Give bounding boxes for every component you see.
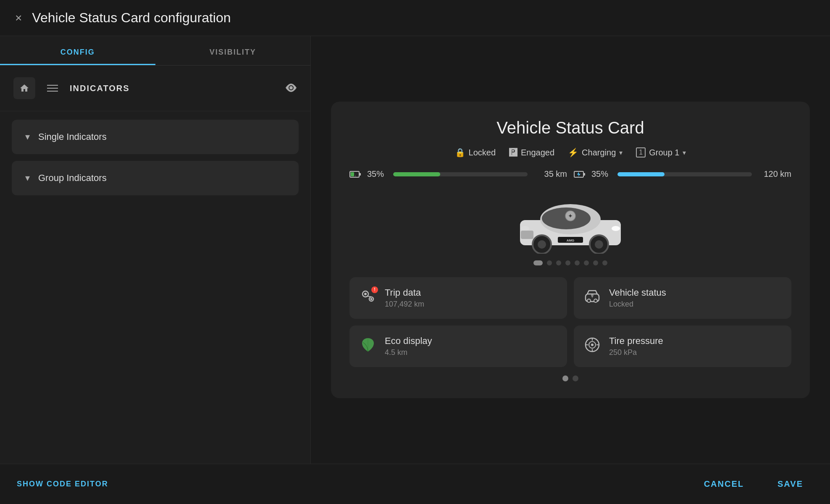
- vehicle-status-title: Vehicle status: [609, 287, 666, 298]
- battery1-percent: 35%: [367, 169, 387, 179]
- eye-icon: [285, 84, 297, 92]
- tire-pressure-subtitle: 250 kPa: [609, 348, 663, 357]
- group-icon: 1: [636, 147, 646, 158]
- dot-5[interactable]: [584, 260, 589, 265]
- battery2-progress: [617, 172, 752, 176]
- battery-row-2: 35% 120 km: [574, 169, 791, 179]
- info-card-tire-pressure[interactable]: Tire pressure 250 kPa: [574, 326, 791, 367]
- battery1-km: 35 km: [533, 169, 567, 179]
- card-preview: Vehicle Status Card 🔒 Locked 🅿 Engaged ⚡…: [331, 102, 810, 398]
- right-panel: Vehicle Status Card 🔒 Locked 🅿 Engaged ⚡…: [311, 36, 830, 464]
- info-grid: ! Trip data 107,492 km: [349, 277, 791, 367]
- locked-label: Locked: [469, 148, 496, 158]
- trip-data-text: Trip data 107,492 km: [385, 287, 424, 309]
- visibility-toggle-button[interactable]: [285, 82, 297, 95]
- status-locked: 🔒 Locked: [455, 147, 496, 158]
- lock-icon: 🔒: [455, 147, 465, 158]
- dot-6[interactable]: [593, 260, 598, 265]
- vehicle-status-text: Vehicle status Locked: [609, 287, 666, 309]
- cancel-button[interactable]: CANCEL: [694, 474, 754, 494]
- status-charging[interactable]: ⚡ Charging ▾: [568, 147, 622, 158]
- page-dot-1[interactable]: [573, 375, 578, 381]
- page-dots: [349, 375, 791, 381]
- single-indicators-label: Single Indicators: [38, 131, 107, 142]
- group-indicators-label: Group Indicators: [38, 173, 107, 184]
- svg-point-15: [538, 240, 546, 249]
- accordion-single-indicators[interactable]: ▾ Single Indicators: [12, 120, 299, 154]
- dot-0[interactable]: [533, 260, 543, 265]
- battery2-fill: [617, 172, 665, 176]
- battery2-icon: [574, 170, 586, 178]
- eco-display-text: Eco display 4.5 km: [385, 336, 432, 357]
- svg-point-17: [595, 240, 603, 249]
- svg-rect-5: [583, 173, 585, 176]
- car-image: ✦ AMG: [512, 191, 629, 254]
- status-bar: 🔒 Locked 🅿 Engaged ⚡ Charging ▾ 1 Gr: [349, 147, 791, 158]
- trip-data-subtitle: 107,492 km: [385, 300, 424, 309]
- menu-line-2: [47, 88, 58, 89]
- svg-rect-1: [359, 173, 361, 176]
- svg-point-25: [587, 299, 591, 302]
- vehicle-status-icon: [584, 288, 601, 305]
- alert-badge: !: [371, 286, 378, 293]
- svg-text:✦: ✦: [568, 213, 573, 219]
- tire-pressure-title: Tire pressure: [609, 336, 663, 346]
- eco-display-title: Eco display: [385, 336, 432, 346]
- menu-line-3: [47, 91, 58, 92]
- info-card-trip-data[interactable]: ! Trip data 107,492 km: [349, 277, 567, 319]
- home-button[interactable]: [13, 77, 35, 99]
- charging-label: Charging: [582, 148, 616, 158]
- chevron-single-icon: ▾: [25, 131, 30, 142]
- tire-pressure-icon-wrapper: [584, 336, 601, 357]
- battery1-progress: [393, 172, 528, 176]
- dialog-header: × Vehicle Status Card configuration: [0, 0, 830, 36]
- dot-4[interactable]: [575, 260, 580, 265]
- svg-point-9: [612, 226, 620, 231]
- parking-icon: 🅿: [509, 148, 517, 158]
- bottom-bar: SHOW CODE EDITOR CANCEL SAVE: [0, 464, 830, 504]
- tab-visibility[interactable]: VISIBILITY: [155, 36, 311, 65]
- chevron-group-icon: ▾: [25, 173, 30, 184]
- close-icon[interactable]: ×: [15, 11, 22, 25]
- svg-point-10: [521, 226, 529, 231]
- info-card-eco-display[interactable]: Eco display 4.5 km: [349, 326, 567, 367]
- show-code-editor-button[interactable]: SHOW CODE EDITOR: [17, 480, 108, 488]
- tire-pressure-text: Tire pressure 250 kPa: [609, 336, 663, 357]
- eco-display-icon-wrapper: [360, 336, 376, 357]
- svg-point-21: [364, 293, 367, 295]
- status-engaged: 🅿 Engaged: [509, 148, 554, 158]
- battery2-percent: 35%: [591, 169, 612, 179]
- car-image-container: ✦ AMG: [349, 191, 791, 254]
- tab-config[interactable]: CONFIG: [0, 36, 155, 65]
- svg-rect-2: [351, 172, 354, 176]
- svg-point-26: [594, 299, 597, 302]
- dialog: × Vehicle Status Card configuration CONF…: [0, 0, 830, 504]
- battery2-km: 120 km: [758, 169, 791, 179]
- dot-7[interactable]: [602, 260, 607, 265]
- indicators-header: INDICATORS: [0, 66, 310, 111]
- accordion-list: ▾ Single Indicators ▾ Group Indicators: [0, 111, 310, 204]
- preview-card-title: Vehicle Status Card: [349, 118, 791, 137]
- dot-2[interactable]: [556, 260, 561, 265]
- save-button[interactable]: SAVE: [767, 474, 813, 494]
- vehicle-status-icon-wrapper: [584, 288, 601, 308]
- dot-1[interactable]: [547, 260, 552, 265]
- home-icon: [19, 83, 29, 93]
- dialog-body: CONFIG VISIBILITY INDICATORS: [0, 36, 830, 464]
- bottom-actions: CANCEL SAVE: [694, 474, 813, 494]
- battery-row-1: ↓ 35% 35 km: [349, 169, 567, 179]
- dialog-title: Vehicle Status Card configuration: [32, 10, 231, 26]
- info-card-vehicle-status[interactable]: Vehicle status Locked: [574, 277, 791, 319]
- menu-line-1: [47, 85, 58, 86]
- status-group[interactable]: 1 Group 1 ▾: [636, 147, 686, 158]
- page-dot-0[interactable]: [562, 375, 568, 381]
- dot-3[interactable]: [565, 260, 570, 265]
- accordion-group-indicators[interactable]: ▾ Group Indicators: [12, 161, 299, 195]
- menu-button[interactable]: [44, 81, 61, 95]
- left-panel: CONFIG VISIBILITY INDICATORS: [0, 36, 311, 464]
- carousel-dots: [349, 260, 791, 265]
- svg-point-23: [370, 298, 373, 300]
- battery-bar: ↓ 35% 35 km 35%: [349, 169, 791, 179]
- svg-text:↓: ↓: [355, 174, 356, 177]
- eco-display-subtitle: 4.5 km: [385, 348, 432, 357]
